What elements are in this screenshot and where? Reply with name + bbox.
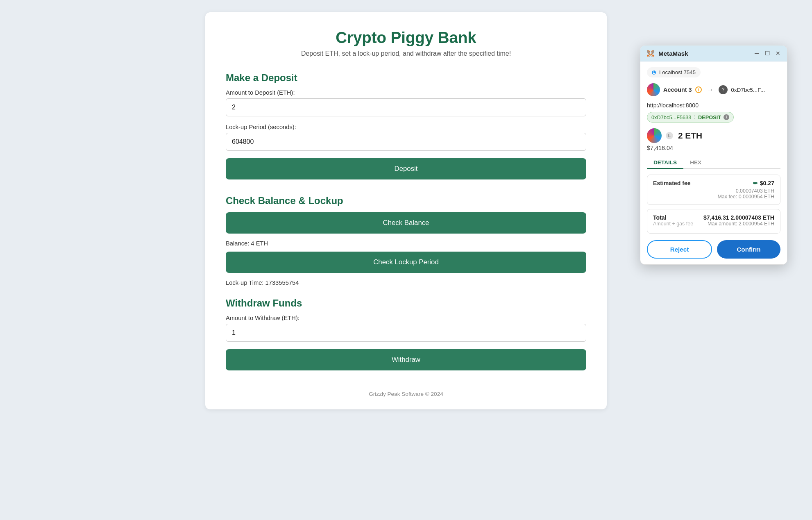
amount-deposit-input[interactable] <box>226 98 586 116</box>
account-name: Account 3 <box>663 86 692 93</box>
metamask-popup: MetaMask ─ ☐ ✕ L Localhost 7545 Account … <box>640 45 787 265</box>
estimated-fee-value: ✏ $0.27 <box>753 180 774 186</box>
network-label: Localhost 7545 <box>659 69 696 75</box>
tab-hex[interactable]: HEX <box>683 157 708 169</box>
withdraw-amount-label: Amount to Withdraw (ETH): <box>226 315 586 321</box>
lockup-label: Lock-up Period (seconds): <box>226 124 586 130</box>
account-row: Account 3 i → ? 0xD7bc5...F... <box>647 83 780 96</box>
action-label: DEPOSIT <box>698 114 721 120</box>
minimize-button[interactable]: ─ <box>753 50 760 57</box>
tab-details[interactable]: DETAILS <box>647 157 683 169</box>
arrow-icon: → <box>707 86 714 94</box>
confirm-button[interactable]: Confirm <box>717 240 780 259</box>
account-info-icon[interactable]: i <box>695 86 702 93</box>
svg-marker-23 <box>649 56 651 57</box>
withdraw-section-title: Withdraw Funds <box>226 297 586 309</box>
estimated-fee-usd: $0.27 <box>760 180 774 186</box>
edit-icon[interactable]: ✏ <box>753 180 758 186</box>
destination-address: 0xD7bc5...F... <box>731 87 765 93</box>
amount-deposit-label: Amount to Deposit (ETH): <box>226 89 586 96</box>
total-values: $7,416.31 2.00007403 ETH Max amount: 2.0… <box>703 214 774 227</box>
fee-row: Estimated fee ✏ $0.27 <box>653 180 774 186</box>
amount-row: L 2 ETH <box>647 128 780 143</box>
tabs: DETAILS HEX <box>647 157 780 169</box>
contract-badge: 0xD7bc5...F5633 : DEPOSIT i <box>647 112 734 123</box>
metamask-logo-icon <box>646 49 655 58</box>
account-avatar-icon <box>647 83 660 96</box>
metamask-title: MetaMask <box>658 50 753 57</box>
token-icon <box>647 128 662 143</box>
estimated-fee-label: Estimated fee <box>653 180 691 186</box>
total-box: Total Amount + gas fee $7,416.31 2.00007… <box>647 209 780 234</box>
balance-info: Balance: 4 ETH <box>226 240 586 247</box>
reject-button[interactable]: Reject <box>647 240 712 259</box>
main-card: Crypto Piggy Bank Deposit ETH, set a loc… <box>205 12 607 409</box>
network-row: L Localhost 7545 <box>647 67 701 77</box>
withdraw-amount-input[interactable] <box>226 324 586 342</box>
footer-text: Grizzly Peak Software © 2024 <box>226 391 586 397</box>
deposit-button[interactable]: Deposit <box>226 158 586 179</box>
l-badge: L <box>666 132 673 139</box>
check-lockup-button[interactable]: Check Lockup Period <box>226 252 586 273</box>
dest-icon: ? <box>719 85 728 94</box>
lockup-input[interactable] <box>226 133 586 151</box>
fee-box: Estimated fee ✏ $0.27 0.00007403 ETH Max… <box>647 175 780 205</box>
contract-address: 0xD7bc5...F5633 <box>651 114 691 120</box>
action-buttons: Reject Confirm <box>647 240 780 259</box>
amount-eth: 2 ETH <box>678 131 702 141</box>
max-fee-eth: Max fee: 0.0000954 ETH <box>653 194 774 200</box>
withdraw-section: Withdraw Funds Amount to Withdraw (ETH):… <box>226 297 586 375</box>
balance-section-title: Check Balance & Lockup <box>226 195 586 207</box>
lockup-info: Lock-up Time: 1733555754 <box>226 279 586 286</box>
total-label: Total <box>653 214 693 221</box>
contract-info-icon[interactable]: i <box>724 114 729 120</box>
app-title: Crypto Piggy Bank <box>226 29 586 47</box>
max-amount: Max amount: 2.0000954 ETH <box>703 221 774 227</box>
total-labels: Total Amount + gas fee <box>653 214 693 227</box>
check-balance-button[interactable]: Check Balance <box>226 212 586 234</box>
withdraw-button[interactable]: Withdraw <box>226 349 586 370</box>
deposit-section-title: Make a Deposit <box>226 72 586 84</box>
estimated-fee-eth: 0.00007403 ETH <box>653 188 774 194</box>
balance-section: Check Balance & Lockup Check Balance Bal… <box>226 195 586 286</box>
window-controls: ─ ☐ ✕ <box>753 50 781 57</box>
metamask-titlebar: MetaMask ─ ☐ ✕ <box>640 45 787 61</box>
amount-gas-label: Amount + gas fee <box>653 221 693 227</box>
app-subtitle: Deposit ETH, set a lock-up period, and w… <box>226 50 586 57</box>
localhost-url: http://localhost:8000 <box>647 102 780 109</box>
network-dot-icon: L <box>652 70 656 75</box>
deposit-section: Make a Deposit Amount to Deposit (ETH): … <box>226 72 586 184</box>
usd-value: $7,416.04 <box>647 145 780 151</box>
maximize-button[interactable]: ☐ <box>764 50 771 57</box>
metamask-body: L Localhost 7545 Account 3 i → ? 0xD7bc5… <box>640 61 787 264</box>
close-button[interactable]: ✕ <box>775 50 781 57</box>
total-value: $7,416.31 2.00007403 ETH <box>703 214 774 221</box>
total-row: Total Amount + gas fee $7,416.31 2.00007… <box>653 214 774 227</box>
